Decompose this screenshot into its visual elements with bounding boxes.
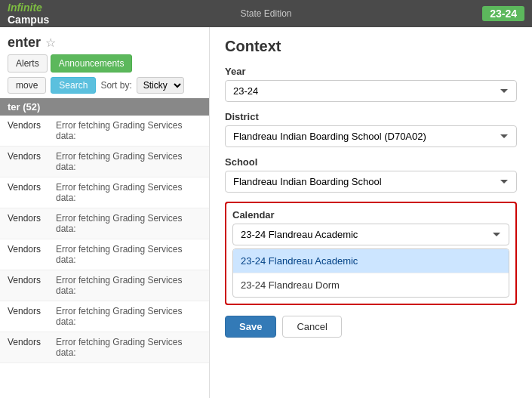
district-select[interactable]: Flandreau Indian Boarding School (D70A02… bbox=[225, 125, 517, 147]
year-select[interactable]: 23-24 bbox=[225, 80, 517, 102]
save-button[interactable]: Save bbox=[225, 316, 276, 338]
item-message: Error fetching Grading Services data: bbox=[56, 120, 201, 141]
year-badge: 23-24 bbox=[482, 6, 524, 21]
list-item: Vendors Error fetching Grading Services … bbox=[0, 147, 209, 177]
search-button[interactable]: Search bbox=[51, 77, 96, 94]
item-category: Vendors bbox=[8, 120, 53, 141]
school-select[interactable]: Flandreau Indian Boarding School bbox=[225, 171, 517, 193]
calendar-select[interactable]: 23-24 Flandreau Academic bbox=[232, 224, 509, 245]
panel-title: enter bbox=[8, 35, 41, 51]
count-bar: ter (52) bbox=[0, 98, 209, 116]
edition-label: State Edition bbox=[240, 8, 291, 19]
tabs-row: Alerts Announcements bbox=[0, 54, 209, 73]
item-category: Vendors bbox=[8, 244, 53, 265]
panel-title-row: enter ☆ bbox=[0, 27, 209, 54]
item-message: Error fetching Grading Services data: bbox=[56, 213, 201, 234]
action-row: Save Cancel bbox=[225, 316, 517, 338]
sort-label: Sort by: bbox=[100, 80, 131, 91]
toolbar-row: move Search Sort by: Sticky bbox=[0, 73, 209, 98]
school-group: School Flandreau Indian Boarding School bbox=[225, 156, 517, 193]
year-group: Year 23-24 bbox=[225, 66, 517, 102]
logo-infinite: Infinite bbox=[8, 2, 42, 14]
left-panel: enter ☆ Alerts Announcements move Search… bbox=[0, 27, 210, 398]
district-group: District Flandreau Indian Boarding Schoo… bbox=[225, 111, 517, 147]
item-category: Vendors bbox=[8, 213, 53, 234]
app-header: Infinite Campus State Edition 23-24 bbox=[0, 0, 532, 27]
list-item: Vendors Error fetching Grading Services … bbox=[0, 208, 209, 239]
cancel-button[interactable]: Cancel bbox=[282, 316, 341, 338]
district-label: District bbox=[225, 111, 517, 122]
calendar-label: Calendar bbox=[232, 209, 509, 221]
list-items: Vendors Error fetching Grading Services … bbox=[0, 116, 209, 379]
list-item: Vendors Error fetching Grading Services … bbox=[0, 116, 209, 147]
sort-select[interactable]: Sticky bbox=[137, 77, 184, 94]
main-layout: enter ☆ Alerts Announcements move Search… bbox=[0, 27, 532, 398]
star-icon[interactable]: ☆ bbox=[45, 35, 56, 50]
context-title: Context bbox=[225, 38, 517, 55]
list-item: Vendors Error fetching Grading Services … bbox=[0, 332, 209, 363]
item-message: Error fetching Grading Services data: bbox=[56, 275, 201, 296]
item-message: Error fetching Grading Services data: bbox=[56, 244, 201, 265]
calendar-option-academic[interactable]: 23-24 Flandreau Academic bbox=[233, 249, 509, 273]
calendar-group: Calendar 23-24 Flandreau Academic 23-24 … bbox=[225, 202, 517, 305]
list-item: Vendors Error fetching Grading Services … bbox=[0, 239, 209, 270]
logo: Infinite Campus bbox=[8, 2, 49, 26]
list-item: Vendors Error fetching Grading Services … bbox=[0, 270, 209, 301]
list-item: Vendors Error fetching Grading Services … bbox=[0, 177, 209, 208]
year-label: Year bbox=[225, 66, 517, 77]
right-panel: Context Year 23-24 District Flandreau In… bbox=[210, 27, 532, 398]
calendar-option-dorm[interactable]: 23-24 Flandreau Dorm bbox=[233, 273, 509, 297]
calendar-dropdown-list: 23-24 Flandreau Academic 23-24 Flandreau… bbox=[232, 248, 509, 298]
item-category: Vendors bbox=[8, 337, 53, 358]
item-message: Error fetching Grading Services data: bbox=[56, 151, 201, 172]
list-item: Vendors Error fetching Grading Services … bbox=[0, 301, 209, 332]
school-label: School bbox=[225, 156, 517, 168]
item-category: Vendors bbox=[8, 151, 53, 172]
remove-button[interactable]: move bbox=[8, 77, 46, 94]
item-category: Vendors bbox=[8, 275, 53, 296]
logo-campus: Campus bbox=[8, 14, 49, 26]
item-category: Vendors bbox=[8, 306, 53, 327]
item-category: Vendors bbox=[8, 182, 53, 203]
tab-announcements[interactable]: Announcements bbox=[51, 54, 133, 73]
tab-alerts[interactable]: Alerts bbox=[8, 54, 48, 73]
item-message: Error fetching Grading Services data: bbox=[56, 306, 201, 327]
item-message: Error fetching Grading Services data: bbox=[56, 182, 201, 203]
item-message: Error fetching Grading Services data: bbox=[56, 337, 201, 358]
